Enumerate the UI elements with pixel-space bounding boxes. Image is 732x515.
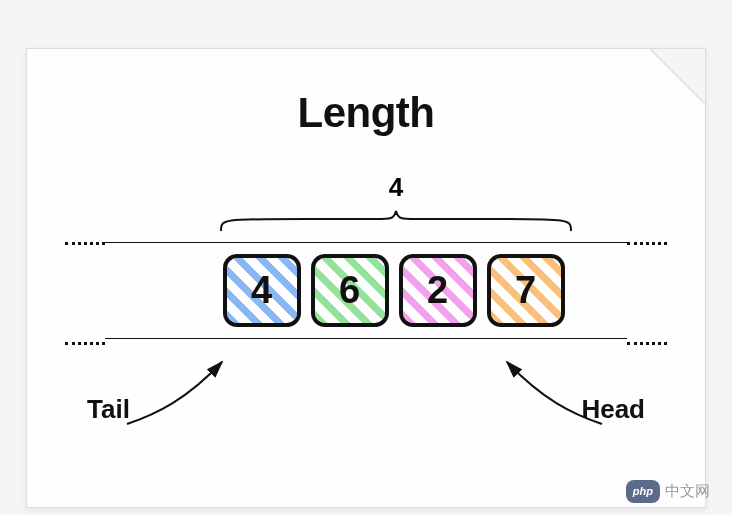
node-value: 7 (515, 269, 536, 312)
curly-brace-icon (216, 209, 576, 233)
list-node: 4 (223, 254, 301, 327)
head-label: Head (581, 394, 645, 425)
list-container: 4 6 2 7 (67, 242, 665, 339)
pointer-labels: Tail Head (67, 394, 665, 425)
list-node: 6 (311, 254, 389, 327)
dotted-edge-right (627, 242, 667, 345)
diagram-title: Length (67, 89, 665, 137)
brace-row (127, 209, 665, 237)
diagram-page: Length 4 4 6 2 7 (26, 48, 706, 508)
length-value: 4 (127, 172, 665, 203)
node-value: 2 (427, 269, 448, 312)
watermark-text: 中文网 (665, 482, 710, 501)
node-row: 4 6 2 7 (223, 254, 565, 327)
watermark: php 中文网 (626, 480, 710, 503)
php-badge-icon: php (626, 480, 660, 503)
node-value: 6 (339, 269, 360, 312)
list-node: 2 (399, 254, 477, 327)
node-value: 4 (251, 269, 272, 312)
tail-label: Tail (87, 394, 130, 425)
dotted-edge-left (65, 242, 105, 345)
list-node: 7 (487, 254, 565, 327)
